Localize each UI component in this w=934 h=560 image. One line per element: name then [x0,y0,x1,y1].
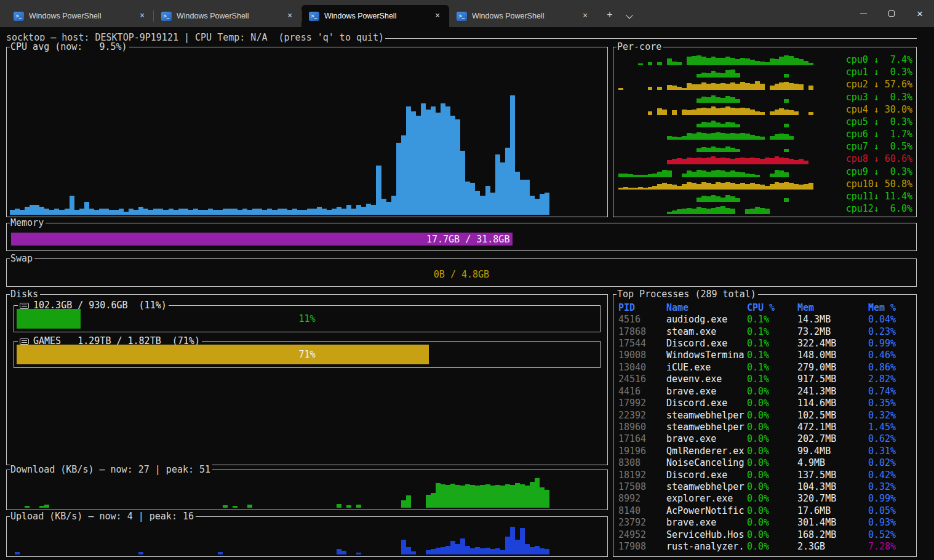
core-usage-label: cpu6 ↓ 1.7% [846,129,912,140]
tab-windows-powershell[interactable]: >_Windows PowerShell× [449,5,597,27]
process-cell: 14.3MB [797,314,868,325]
core-usage-sparkline [618,202,843,214]
tab-title: Windows PowerShell [472,12,573,20]
swap-panel: Swap 0B / 4.8GB [6,258,917,287]
process-cell: 168.2MB [797,529,868,540]
tab-windows-powershell[interactable]: >_Windows PowerShell× [154,5,301,27]
terminal-screen[interactable]: socktop — host: DESKTOP-9P19121 | CPU Te… [0,27,934,560]
column-header: Mem % [868,302,912,313]
process-row: 17508steamwebhelper0.0%104.3MB0.32% [618,481,912,492]
process-cell: 0.52% [868,529,912,540]
process-table-header: PIDNameCPU %MemMem % [618,302,912,313]
process-cell: 0.35% [868,398,912,409]
close-button[interactable]: × [906,0,934,27]
process-cell: 17.6MB [797,505,868,516]
process-cell: 4.9MB [797,457,868,468]
tab-windows-powershell[interactable]: >_Windows PowerShell× [301,5,449,27]
core-usage-label: cpu2 ↓ 57.6% [846,79,912,90]
process-cell: 148.0MB [797,350,868,361]
process-cell: 17508 [618,481,666,492]
process-row: 4516audiodg.exe0.1%14.3MB0.04% [618,313,912,325]
process-row: 18192Discord.exe0.0%137.5MB0.42% [618,469,912,481]
tab-dropdown-button[interactable] [620,6,639,25]
process-cell: 0.0% [747,529,797,540]
process-cell: ServiceHub.Hos [666,529,747,540]
process-cell: 0.0% [747,398,797,409]
process-cell: 0.32% [868,481,912,492]
process-cell: 0.0% [747,470,797,481]
process-cell: 0.0% [747,457,797,468]
process-cell: 0.0% [747,541,797,552]
core-usage-sparkline [618,53,843,65]
process-cell: brave.exe [666,386,747,397]
process-cell: Discord.exe [666,338,747,349]
tab-close-icon[interactable]: × [135,9,149,23]
drive-list: 102.3GB / 930.6GB (11%)11%GAMES 1.29TB /… [7,305,607,368]
process-cell: 0.0% [747,505,797,516]
process-row: 8308NoiseCanceling0.0%4.9MB0.02% [618,457,912,468]
core-usage-label: cpu4 ↓ 30.0% [846,104,912,115]
memory-gauge-fill: 17.7GB / 31.8GB [11,233,513,246]
tab-title: Windows PowerShell [177,12,278,20]
process-cell: 0.1% [747,314,797,325]
process-cell: steamwebhelper [666,422,747,433]
process-cell: brave.exe [666,433,747,444]
process-row: 22392steamwebhelper0.0%102.5MB0.32% [618,409,912,421]
process-cell: 0.1% [747,326,797,337]
process-cell: 4416 [618,386,666,397]
core-row: cpu5 ↓ 0.3% [618,115,912,127]
core-usage-label: cpu7 ↓ 0.5% [846,141,912,152]
process-cell: 13040 [618,362,666,373]
powershell-icon: >_ [309,12,319,21]
top-processes-title: Top Processes (289 total) [617,289,758,300]
process-cell: 17992 [618,398,666,409]
process-cell: 17164 [618,433,666,444]
core-usage-label: cpu10↓ 50.8% [846,178,912,190]
minimize-icon [860,14,867,14]
process-cell: 202.7MB [797,433,868,444]
window-controls: × [849,0,934,27]
core-row: cpu10↓ 50.8% [618,177,912,190]
tab-windows-powershell[interactable]: >_Windows PowerShell× [6,5,154,27]
process-cell: 0.04% [868,314,912,325]
process-cell: 7.28% [868,541,912,552]
process-cell: 0.0% [747,481,797,492]
process-cell: 19008 [618,350,666,361]
process-row: 18960steamwebhelper0.0%472.1MB1.45% [618,421,912,433]
process-cell: iCUE.exe [666,362,747,373]
core-row: cpu2 ↓ 57.6% [618,78,912,90]
core-usage-sparkline [618,90,843,102]
powershell-icon: >_ [457,12,467,21]
disks-title: Disks [10,289,40,300]
new-tab-button[interactable]: + [601,6,619,25]
tab-close-icon[interactable]: × [283,9,297,23]
core-row: cpu12↓ 6.0% [618,202,912,214]
process-row: 24516devenv.exe0.1%917.5MB2.82% [618,374,912,385]
core-usage-label: cpu9 ↓ 0.3% [846,166,912,177]
minimize-button[interactable] [849,0,877,27]
tab-close-icon[interactable]: × [431,9,444,23]
disk-percent-label: 11% [17,309,597,329]
drive-icon [20,303,29,309]
core-row: cpu6 ↓ 1.7% [618,127,912,140]
core-usage-sparkline [618,65,843,78]
powershell-icon: >_ [14,12,24,21]
process-cell: devenv.exe [666,374,747,385]
process-cell: 0.05% [868,505,912,516]
disk-percent-label: 71% [17,345,597,364]
core-row: cpu3 ↓ 0.3% [618,90,912,102]
process-cell: 241.3MB [797,386,868,397]
tab-close-icon[interactable]: × [578,9,592,23]
title-rule [385,38,917,39]
download-title: Download (KB/s) — now: 27 | peak: 51 [10,464,212,476]
process-cell: WindowsTermina [666,350,747,361]
process-cell: 24516 [618,374,666,385]
core-usage-sparkline [618,177,843,190]
per-core-title: Per-core [617,41,663,53]
upload-title: Upload (KB/s) — now: 4 | peak: 16 [10,511,196,522]
maximize-button[interactable] [877,0,906,27]
core-usage-sparkline [618,190,843,202]
upload-chart [10,525,604,554]
process-cell: brave.exe [666,517,747,528]
tab-bar: >_Windows PowerShell×>_Windows PowerShel… [0,0,934,27]
